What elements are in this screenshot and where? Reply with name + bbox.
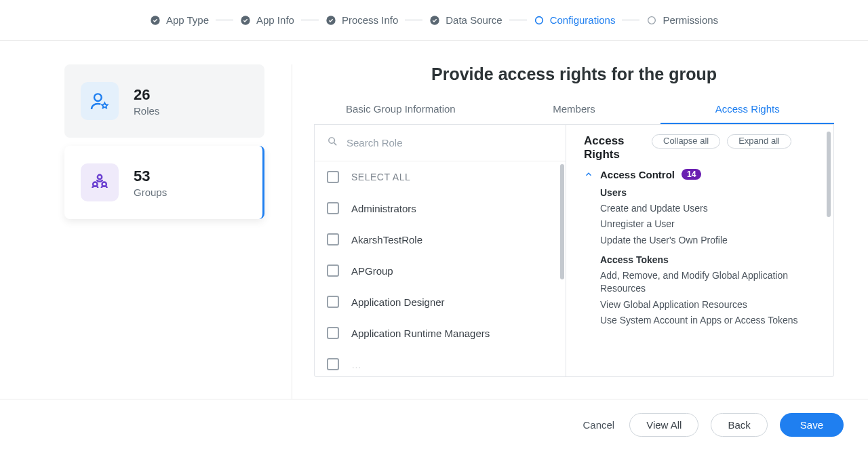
footer-actions: Cancel View All Back Save <box>0 399 868 450</box>
role-list[interactable]: SELECT ALL AdministratorsAkarshTestRoleA… <box>315 161 566 376</box>
perm-item[interactable]: Unregister a User <box>600 218 821 231</box>
step-label: Process Info <box>342 14 398 26</box>
step-connector <box>622 20 639 20</box>
ring-current-icon <box>534 15 545 26</box>
role-checkbox[interactable] <box>327 358 339 370</box>
role-checkbox[interactable] <box>327 327 339 339</box>
perm-item[interactable]: View Global Application Resources <box>600 298 821 312</box>
role-name: APGroup <box>351 265 393 277</box>
role-name: Administrators <box>351 203 416 214</box>
step-configurations[interactable]: Configurations <box>534 14 616 26</box>
step-connector <box>405 20 422 20</box>
groups-card[interactable]: 53 Groups <box>64 146 264 219</box>
role-row[interactable]: Application Runtime Managers <box>315 317 564 349</box>
rights-title: Access Rights <box>584 134 645 162</box>
group-icon <box>81 163 119 201</box>
perm-item[interactable]: Add, Remove, and Modify Global Applicati… <box>600 269 821 296</box>
expand-all-button[interactable]: Expand all <box>727 134 791 149</box>
check-circle-icon <box>429 15 440 26</box>
cancel-button[interactable]: Cancel <box>580 414 617 436</box>
role-row[interactable]: … <box>315 349 564 376</box>
groups-label: Groups <box>134 187 167 198</box>
content-column: Provide access rights for the group Basi… <box>292 64 834 399</box>
svg-point-0 <box>151 16 159 24</box>
roles-scrollbar[interactable] <box>560 164 564 279</box>
role-name: Application Runtime Managers <box>351 328 490 339</box>
perm-item[interactable]: Use System Account in Apps or Access Tok… <box>600 314 821 328</box>
tab-basic-info[interactable]: Basic Group Information <box>314 103 488 124</box>
users-heading: Users <box>600 187 821 198</box>
step-label: App Info <box>256 14 294 26</box>
select-all-checkbox[interactable] <box>327 171 339 183</box>
role-checkbox[interactable] <box>327 233 339 246</box>
roles-label: Roles <box>134 105 159 117</box>
roles-count: 26 <box>134 86 159 104</box>
rights-pane: Access Rights Collapse all Expand all Ac… <box>566 125 833 376</box>
search-icon <box>327 136 338 150</box>
perm-item[interactable]: Update the User's Own Profile <box>600 234 821 248</box>
main-area: 26 Roles 53 Groups Provide <box>0 41 868 399</box>
access-control-count: 14 <box>682 169 701 180</box>
access-control-section-header[interactable]: Access Control 14 <box>584 169 821 180</box>
chevron-up-icon <box>584 170 593 179</box>
search-role-input[interactable] <box>347 137 553 149</box>
step-connector <box>509 20 527 20</box>
step-process-info[interactable]: Process Info <box>326 14 398 26</box>
step-label: App Type <box>166 14 209 26</box>
role-checkbox[interactable] <box>327 202 339 214</box>
roles-pane: SELECT ALL AdministratorsAkarshTestRoleA… <box>315 125 566 376</box>
collapse-all-button[interactable]: Collapse all <box>652 134 720 149</box>
access-rights-panel: SELECT ALL AdministratorsAkarshTestRoleA… <box>314 125 834 377</box>
role-row[interactable]: Application Designer <box>315 286 564 317</box>
step-data-source[interactable]: Data Source <box>429 14 502 26</box>
check-circle-icon <box>240 15 251 26</box>
tab-members[interactable]: Members <box>488 103 661 124</box>
step-label: Permissions <box>663 14 718 26</box>
rights-scrollbar[interactable] <box>827 132 831 217</box>
role-name: Application Designer <box>351 296 445 308</box>
back-button[interactable]: Back <box>711 413 767 437</box>
role-checkbox[interactable] <box>327 296 339 308</box>
step-app-info[interactable]: App Info <box>240 14 294 26</box>
tabs: Basic Group Information Members Access R… <box>314 103 834 125</box>
user-star-icon <box>81 82 119 120</box>
ring-future-icon <box>646 15 657 26</box>
select-all-label: SELECT ALL <box>351 172 410 182</box>
save-button[interactable]: Save <box>780 413 844 437</box>
check-circle-icon <box>150 15 161 26</box>
step-permissions[interactable]: Permissions <box>646 14 718 26</box>
step-connector <box>301 20 319 20</box>
step-app-type[interactable]: App Type <box>150 14 209 26</box>
step-connector <box>216 20 233 20</box>
role-row[interactable]: Administrators <box>315 193 564 224</box>
groups-count: 53 <box>134 168 167 185</box>
check-circle-icon <box>326 15 336 26</box>
access-control-title: Access Control <box>600 169 675 180</box>
svg-point-2 <box>326 16 335 24</box>
perm-item[interactable]: Create and Update Users <box>600 202 821 216</box>
step-label: Configurations <box>550 14 616 26</box>
left-sidebar: 26 Roles 53 Groups <box>64 64 264 399</box>
svg-point-1 <box>241 16 250 24</box>
svg-point-10 <box>329 138 335 144</box>
step-label: Data Source <box>446 14 502 26</box>
svg-point-5 <box>648 16 656 24</box>
select-all-row[interactable]: SELECT ALL <box>315 161 564 193</box>
svg-point-3 <box>431 16 439 24</box>
role-row[interactable]: APGroup <box>315 255 564 286</box>
search-row <box>315 125 566 161</box>
svg-point-7 <box>98 175 102 179</box>
role-row[interactable]: AkarshTestRole <box>315 224 564 255</box>
roles-card[interactable]: 26 Roles <box>64 64 264 138</box>
svg-point-6 <box>94 94 102 101</box>
tokens-heading: Access Tokens <box>600 254 821 265</box>
role-name: AkarshTestRole <box>351 234 422 246</box>
svg-point-4 <box>535 16 542 24</box>
wizard-stepper: App TypeApp InfoProcess InfoData SourceC… <box>0 0 868 41</box>
role-name: … <box>351 359 361 370</box>
tab-access-rights[interactable]: Access Rights <box>660 103 834 124</box>
view-all-button[interactable]: View All <box>629 413 698 437</box>
role-checkbox[interactable] <box>327 264 339 277</box>
page-title: Provide access rights for the group <box>314 64 834 84</box>
